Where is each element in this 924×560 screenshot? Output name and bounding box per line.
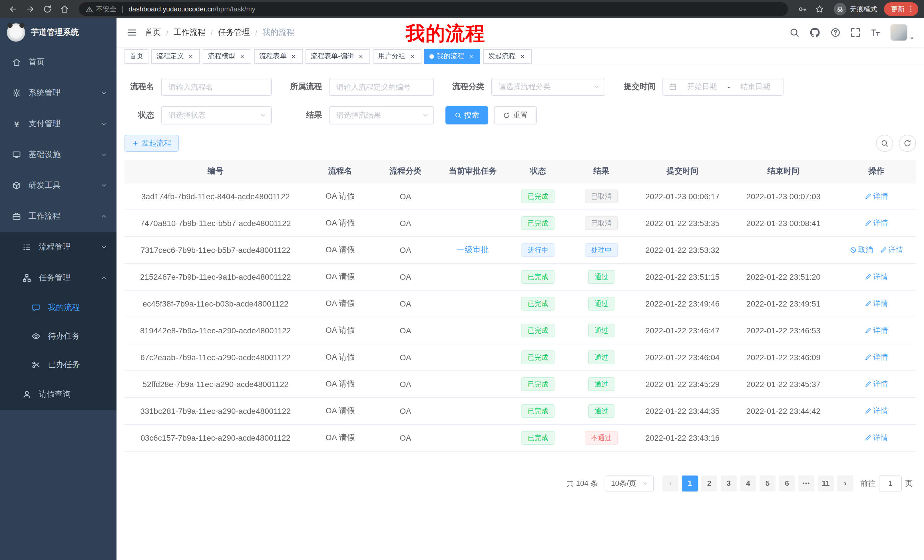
box-icon <box>11 181 22 190</box>
tab-tag[interactable]: 流程表单-编辑 × <box>306 49 370 64</box>
sidebar-item-system[interactable]: 系统管理 <box>0 78 117 108</box>
page-number-button[interactable]: 2 <box>701 475 717 491</box>
sidebar-item-home[interactable]: 首页 <box>0 47 117 78</box>
reset-button[interactable]: 重置 <box>494 106 537 124</box>
cancel-icon <box>849 246 856 253</box>
sidebar-item-my-process[interactable]: 我的流程 <box>0 293 117 322</box>
help-button[interactable] <box>830 27 841 38</box>
tag-close-icon[interactable]: × <box>519 52 526 60</box>
search-button-label: 搜索 <box>464 110 479 120</box>
tab-tag[interactable]: 用户分组 × <box>373 49 422 64</box>
sidebar-item-payment[interactable]: ¥ 支付管理 <box>0 108 117 139</box>
status-tag: 已完成 <box>521 350 555 364</box>
action-detail-link[interactable]: 详情 <box>865 379 888 389</box>
action-detail-link[interactable]: 详情 <box>865 352 888 362</box>
user-avatar-menu[interactable] <box>890 24 915 41</box>
page-number-button[interactable]: 11 <box>818 475 834 491</box>
result-tag: 通过 <box>588 296 615 310</box>
action-detail-link[interactable]: 详情 <box>865 271 888 282</box>
tab-tag[interactable]: 流程表单 × <box>254 49 303 64</box>
tab-tag[interactable]: 首页 <box>124 49 148 64</box>
tag-close-icon[interactable]: × <box>408 52 416 60</box>
github-link-button[interactable] <box>809 27 820 38</box>
page-number-button[interactable]: 1 <box>682 475 698 491</box>
page-number-button[interactable]: 5 <box>759 475 776 491</box>
sidebar-toggle-button[interactable] <box>120 18 144 47</box>
action-detail-link[interactable]: 详情 <box>880 245 903 255</box>
search-button[interactable]: 搜索 <box>446 106 488 124</box>
process-name-input[interactable] <box>161 78 272 96</box>
action-detail-link[interactable]: 详情 <box>865 298 888 308</box>
update-button[interactable]: 更新 <box>884 2 918 16</box>
current-task-link[interactable]: 一级审批 <box>457 245 489 255</box>
tag-close-icon[interactable]: × <box>467 52 475 60</box>
font-size-button[interactable] <box>870 27 880 38</box>
browser-back-button[interactable] <box>6 2 21 16</box>
result-select[interactable]: 请选择流结果 <box>329 106 434 124</box>
page-number-button[interactable]: 3 <box>721 475 736 491</box>
sidebar-item-infrastructure[interactable]: 基础设施 <box>0 139 117 170</box>
action-cancel-link[interactable]: 取消 <box>849 245 873 255</box>
tag-close-icon[interactable]: × <box>238 52 246 60</box>
breadcrumb-item[interactable]: 任务管理 <box>218 27 250 38</box>
cell-result: 通过 <box>568 317 635 344</box>
sidebar-item-todo-tasks[interactable]: 待办任务 <box>0 322 117 350</box>
bookmark-star-button[interactable] <box>812 2 827 16</box>
tab-tag[interactable]: 流程定义 × <box>152 49 200 64</box>
reload-icon <box>43 4 52 14</box>
sidebar-item-label: 首页 <box>28 57 107 67</box>
font-size-icon <box>870 27 880 38</box>
action-detail-link[interactable]: 详情 <box>865 433 888 443</box>
sidebar-item-leave-query[interactable]: 请假查询 <box>0 379 117 410</box>
sidebar-item-workflow[interactable]: 工作流程 <box>0 201 117 232</box>
browser-menu-dots-icon[interactable] <box>907 5 915 13</box>
sidebar-item-process-management[interactable]: 流程管理 <box>0 232 117 263</box>
app-logo[interactable]: 芋道管理系统 <box>0 18 117 47</box>
sidebar-item-task-management[interactable]: 任务管理 <box>0 263 117 293</box>
sidebar-item-devtools[interactable]: 研发工具 <box>0 170 117 201</box>
next-page-button[interactable]: › <box>837 475 853 491</box>
cell-end-time: 2022-01-23 00:07:03 <box>730 183 837 210</box>
page-content: 流程名 所属流程 流程分类 请选择流程分类 <box>117 66 924 560</box>
cell-actions: 详情 <box>837 424 916 451</box>
page-number-button[interactable]: 6 <box>779 475 795 491</box>
cell-actions: 详情 <box>837 317 916 344</box>
process-category-select[interactable]: 请选择流程分类 <box>491 78 605 96</box>
status-select[interactable]: 请选择状态 <box>161 106 272 124</box>
process-definition-input[interactable] <box>329 78 434 96</box>
browser-reload-button[interactable] <box>40 2 55 16</box>
chevron-down-icon <box>100 151 107 158</box>
page-jump-input[interactable] <box>879 475 902 491</box>
tab-tag[interactable]: 流程模型 × <box>203 49 251 64</box>
action-detail-link[interactable]: 详情 <box>865 218 888 228</box>
submit-time-range-picker[interactable]: 开始日期 - 结束日期 <box>663 78 783 96</box>
fullscreen-button[interactable] <box>850 27 861 38</box>
passwords-key-button[interactable] <box>795 2 810 16</box>
show-search-toggle-button[interactable] <box>876 135 893 152</box>
browser-forward-button[interactable] <box>23 2 38 16</box>
tab-tag[interactable]: 发起流程 × <box>483 49 532 64</box>
action-detail-link[interactable]: 详情 <box>865 406 888 416</box>
scissors-icon <box>31 360 41 369</box>
security-warning[interactable]: 不安全 <box>86 4 117 14</box>
refresh-table-button[interactable] <box>899 135 916 152</box>
create-process-button[interactable]: 发起流程 <box>124 135 179 152</box>
browser-home-button[interactable] <box>57 2 72 16</box>
home-icon <box>11 58 22 67</box>
cell-category: OA <box>374 290 437 317</box>
action-detail-link[interactable]: 详情 <box>865 325 888 335</box>
page-number-button[interactable]: 4 <box>740 475 756 491</box>
more-pages-button[interactable]: ••• <box>798 475 814 491</box>
tag-close-icon[interactable]: × <box>187 52 195 60</box>
tag-close-icon[interactable]: × <box>357 52 365 60</box>
address-bar[interactable]: 不安全 dashboard.yudao.iocoder.cn/bpm/task/… <box>79 2 788 16</box>
sidebar-item-done-tasks[interactable]: 已办任务 <box>0 350 117 379</box>
tag-close-icon[interactable]: × <box>290 52 297 60</box>
tab-tag[interactable]: 我的流程 × <box>424 49 480 64</box>
breadcrumb-item[interactable]: 首页 <box>145 27 161 38</box>
page-size-select[interactable]: 10条/页 <box>605 475 654 491</box>
prev-page-button[interactable]: ‹ <box>663 475 678 491</box>
header-search-button[interactable] <box>789 27 800 38</box>
breadcrumb-item[interactable]: 工作流程 <box>174 27 206 38</box>
action-detail-link[interactable]: 详情 <box>865 191 888 201</box>
